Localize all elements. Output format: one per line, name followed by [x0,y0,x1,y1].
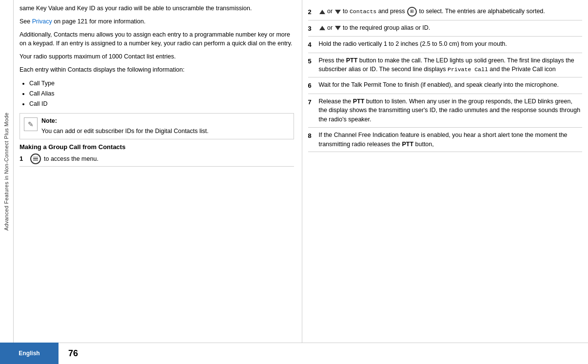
language-badge: English [0,343,59,364]
right-step7-row: 7 Release the PTT button to listen. When… [308,94,583,128]
intro-text: same Key Value and Key ID as your radio … [20,5,252,12]
left-step1-divider [20,166,294,167]
contacts-mono: Contacts [350,8,376,15]
intro-text-block: same Key Value and Key ID as your radio … [20,4,294,13]
right-step6-number: 6 [308,81,315,91]
right-step7-number: 7 [308,97,315,107]
right-step3-number: 3 [308,24,315,34]
step3-or: or [327,24,334,31]
arrow-up-icon [319,10,325,14]
step2-to: to [343,8,350,15]
right-step6-row: 6 Wait for the Talk Permit Tone to finis… [308,77,583,94]
menu-icon-lines [33,157,38,161]
right-step2-number: 2 [308,7,315,17]
section-heading: Making a Group Call from Contacts [20,143,294,151]
menu-icon-line-1 [33,157,38,158]
page-container: Advanced Features in Non-Connect Plus Mo… [0,0,588,343]
step3-suffix: to the required group alias or ID. [343,24,430,31]
left-column: same Key Value and Key ID as your radio … [14,0,302,343]
bottom-bar: English 76 [0,343,588,364]
step7-ptt-bold: PTT [353,98,365,105]
step5-ptt-bold: PTT [346,57,358,64]
menu-icon-line-2 [33,158,38,159]
left-step1-number: 1 [20,155,27,162]
right-step4-row: 4 Hold the radio vertically 1 to 2 inche… [308,37,583,53]
right-step5-number: 5 [308,57,315,66]
note-content: Note: You can add or edit subscriber IDs… [41,116,209,136]
para1: Additionally, Contacts menu allows you t… [20,30,294,49]
privacy-suffix: on page 121 for more information. [52,18,146,25]
select-icon: ⊞ [407,7,417,17]
step8-ptt-bold: PTT [402,141,413,148]
arrow-up-icon-3 [319,26,325,30]
menu-icon-line-3 [33,160,38,161]
right-step3-body: or to the required group alias or ID. [319,23,583,33]
content-area: same Key Value and Key ID as your radio … [14,0,588,343]
right-step5-body: Press the PTT button to make the call. T… [319,56,583,75]
note-icon: ✎ [24,117,38,131]
right-step2-row: 2 or to Contacts and press ⊞ to select. … [308,4,583,20]
left-step1-row: 1 to access the menu. [20,153,294,164]
para2: Your radio supports maximum of 1000 Cont… [20,52,294,61]
right-step2-body: or to Contacts and press ⊞ to select. Th… [319,7,583,17]
menu-icon [30,153,41,164]
right-step4-body: Hold the radio vertically 1 to 2 inches … [319,39,583,49]
right-step5-row: 5 Press the PTT button to make the call.… [308,53,583,78]
right-step3-row: 3 or to the required group alias or ID. [308,20,583,37]
bullet-item-callalias: Call Alias [29,89,294,99]
step2-or: or [327,8,334,15]
sidebar-label-text: Advanced Features in Non-Connect Plus Mo… [4,112,10,230]
left-step1-text: to access the menu. [44,155,98,162]
step5-private-call-mono: Private Call [448,66,488,73]
see-privacy-block: See Privacy on page 121 for more informa… [20,17,294,26]
see-prefix: See [20,18,32,25]
bullet-item-calltype: Call Type [29,78,294,89]
right-step8-body: If the Channel Free Indication feature i… [319,131,583,149]
para3: Each entry within Contacts displays the … [20,65,294,75]
bullet-list: Call Type Call Alias Call ID [29,78,294,110]
right-column: 2 or to Contacts and press ⊞ to select. … [302,0,588,343]
arrow-down-icon [335,10,341,14]
right-step8-number: 8 [308,131,315,141]
right-step7-body: Release the PTT button to listen. When a… [319,97,583,124]
bullet-item-callid: Call ID [29,99,294,109]
sidebar-label: Advanced Features in Non-Connect Plus Mo… [0,0,14,343]
right-step6-body: Wait for the Talk Permit Tone to finish … [319,80,583,90]
step2-to-select: to select. The entries are alphabeticall… [419,8,545,15]
step2-and-press: and press [378,8,407,15]
note-body: You can add or edit subscriber IDs for t… [41,127,209,136]
right-step8-row: 8 If the Channel Free Indication feature… [308,128,583,153]
note-title: Note: [41,116,209,126]
right-step4-number: 4 [308,40,315,50]
arrow-down-icon-3 [335,26,341,30]
privacy-link[interactable]: Privacy [32,18,52,25]
note-box: ✎ Note: You can add or edit subscriber I… [20,113,294,139]
